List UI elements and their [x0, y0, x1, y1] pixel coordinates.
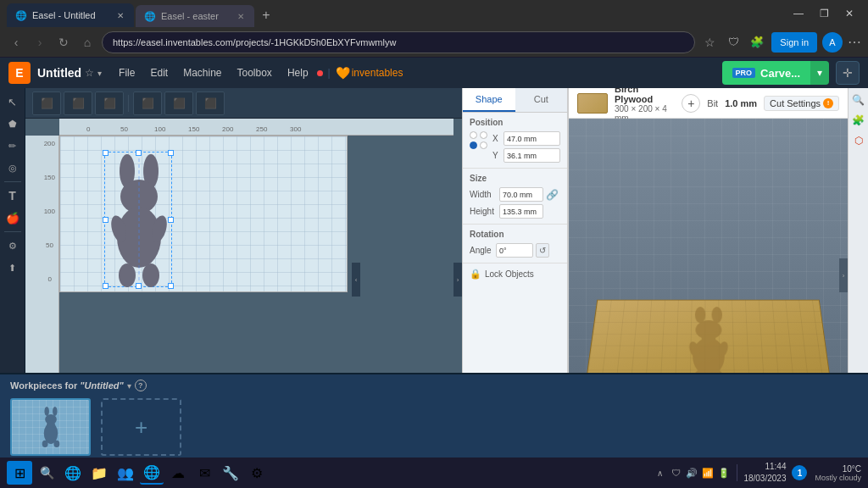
handle-tl[interactable]: [103, 150, 108, 156]
taskbar-clock[interactable]: 11:44 18/03/2023: [743, 461, 786, 485]
sidebar-spiro-icon[interactable]: ◎: [3, 158, 23, 178]
handle-tr[interactable]: [168, 150, 174, 156]
sidebar-puzzle-icon[interactable]: ⚙: [3, 236, 23, 256]
menu-file[interactable]: File: [112, 64, 142, 82]
menu-machine[interactable]: Machine: [176, 64, 228, 82]
taskbar-onedrive-icon[interactable]: ☁: [166, 461, 190, 485]
workpieces-info-icon[interactable]: ?: [135, 380, 147, 391]
taskbar-app-8-icon[interactable]: ⚙: [245, 461, 269, 485]
height-input[interactable]: [499, 204, 543, 219]
cut-settings-button[interactable]: Cut Settings !: [764, 96, 839, 111]
x-input[interactable]: [504, 131, 560, 146]
anchor-ml[interactable]: [470, 141, 477, 149]
sidebar-cursor-icon[interactable]: ↖: [3, 92, 23, 112]
refresh-button[interactable]: ↻: [54, 33, 73, 52]
add-workpiece-thumb[interactable]: +: [101, 398, 181, 456]
browser-tab-1[interactable]: 🌐 Easel - Untitled ✕: [7, 3, 134, 27]
taskbar-edge-2-icon[interactable]: 🌐: [140, 461, 164, 485]
address-input[interactable]: [102, 31, 695, 53]
tab-2-close[interactable]: ✕: [236, 10, 246, 23]
menu-more-icon[interactable]: ⋯: [848, 34, 861, 50]
rotation-reset-button[interactable]: ↺: [536, 243, 549, 258]
tray-icon-3[interactable]: 📶: [701, 466, 715, 480]
align-center-v-button[interactable]: ⬛: [164, 92, 193, 115]
sidebar-pen-icon[interactable]: ✏: [3, 136, 23, 156]
tab-cut[interactable]: Cut: [515, 88, 568, 112]
canvas-grid[interactable]: [59, 136, 348, 292]
minimize-button[interactable]: —: [787, 2, 810, 25]
signin-button[interactable]: Sign in: [771, 32, 817, 53]
bunny-selection[interactable]: [104, 152, 172, 287]
sidebar-shapes-icon[interactable]: ⬟: [3, 114, 23, 134]
handle-tc[interactable]: [136, 150, 142, 156]
taskbar-teams-icon[interactable]: 👥: [114, 461, 137, 485]
extension-icon[interactable]: 🧩: [748, 33, 766, 52]
sidebar-import-icon[interactable]: ⬆: [3, 258, 23, 278]
add-workpiece-button[interactable]: +: [682, 94, 700, 113]
sidebar-apple-icon[interactable]: 🍎: [3, 208, 23, 228]
inventables-brand[interactable]: inventables: [352, 67, 403, 79]
width-input[interactable]: [499, 187, 543, 202]
weather-widget[interactable]: 10°C Mostly cloudy: [815, 464, 861, 482]
edge-office-icon[interactable]: ⬡: [850, 132, 867, 149]
start-button[interactable]: ⊞: [7, 461, 32, 485]
home-button[interactable]: ⌂: [78, 33, 97, 52]
taskbar-explorer-icon[interactable]: 📁: [87, 461, 111, 485]
forward-button[interactable]: ›: [31, 33, 49, 52]
carve-dropdown-arrow[interactable]: ▾: [810, 61, 829, 85]
search-button[interactable]: 🔍: [35, 461, 58, 485]
lock-ratio-icon[interactable]: 🔗: [546, 189, 559, 201]
weather-desc: Mostly cloudy: [815, 474, 861, 482]
tab-shape[interactable]: Shape: [463, 88, 515, 112]
workpieces-dropdown-icon[interactable]: ▾: [127, 381, 131, 391]
taskbar-edge-icon[interactable]: 🌐: [61, 461, 85, 485]
canvas-expand-left[interactable]: ‹: [352, 263, 360, 297]
preview-expand-right[interactable]: ›: [839, 258, 848, 292]
angle-input[interactable]: [496, 243, 533, 258]
handle-bl[interactable]: [103, 283, 108, 289]
align-left-button[interactable]: ⬛: [32, 92, 61, 115]
browser-tab-2[interactable]: 🌐 Easel - easter ✕: [136, 5, 254, 27]
anchor-mc[interactable]: [480, 141, 487, 149]
title-dropdown-arrow[interactable]: ▾: [97, 69, 102, 78]
tray-icon-1[interactable]: 🛡: [669, 466, 682, 480]
canvas-collapse-right[interactable]: ›: [453, 263, 462, 297]
notification-badge[interactable]: 1: [792, 465, 807, 480]
align-top-button[interactable]: ⬛: [133, 92, 162, 115]
handle-mr[interactable]: [168, 217, 174, 223]
bookmark-icon[interactable]: ☆: [700, 33, 719, 52]
canvas-toolbar: ⬛ ⬛ ⬛ ⬛ ⬛ ⬛: [25, 88, 462, 119]
handle-ml[interactable]: [103, 217, 108, 223]
workpiece-1-thumb[interactable]: [10, 398, 91, 456]
edge-search-icon[interactable]: 🔍: [850, 92, 867, 108]
anchor-tc[interactable]: [480, 131, 487, 139]
menu-help[interactable]: Help: [281, 64, 315, 82]
tab-1-close[interactable]: ✕: [115, 9, 125, 22]
maximize-button[interactable]: ❐: [812, 2, 836, 25]
align-right-button[interactable]: ⬛: [95, 92, 124, 115]
handle-bc[interactable]: [136, 283, 142, 289]
sidebar-text-icon[interactable]: T: [3, 186, 23, 206]
close-button[interactable]: ✕: [837, 2, 861, 25]
y-input[interactable]: [504, 148, 560, 163]
anchor-tl[interactable]: [470, 131, 477, 139]
align-bottom-button[interactable]: ⬛: [196, 92, 225, 115]
menu-edit[interactable]: Edit: [143, 64, 175, 82]
tray-icon-4[interactable]: 🔋: [717, 466, 731, 480]
edge-plugins-icon[interactable]: 🧩: [850, 112, 867, 129]
new-tab-button[interactable]: +: [256, 5, 276, 25]
taskbar-app-7-icon[interactable]: 🔧: [219, 461, 242, 485]
taskbar-mail-icon[interactable]: ✉: [192, 461, 216, 485]
star-icon[interactable]: ☆: [85, 67, 94, 79]
tray-chevron[interactable]: ∧: [653, 466, 666, 480]
shield-icon[interactable]: 🛡: [724, 33, 743, 52]
menu-toolbox[interactable]: Toolbox: [231, 64, 279, 82]
tray-icon-2[interactable]: 🔊: [685, 466, 698, 480]
handle-br[interactable]: [168, 283, 174, 289]
lock-section[interactable]: 🔒 Lock Objects: [463, 263, 567, 285]
cursor-tool-button[interactable]: ✛: [836, 61, 860, 85]
material-info[interactable]: Birch Plywood 300 × 200 × 4 mm: [615, 88, 675, 123]
back-button[interactable]: ‹: [7, 33, 25, 52]
align-center-h-button[interactable]: ⬛: [64, 92, 92, 115]
carve-button[interactable]: PRO Carve...: [722, 61, 811, 85]
